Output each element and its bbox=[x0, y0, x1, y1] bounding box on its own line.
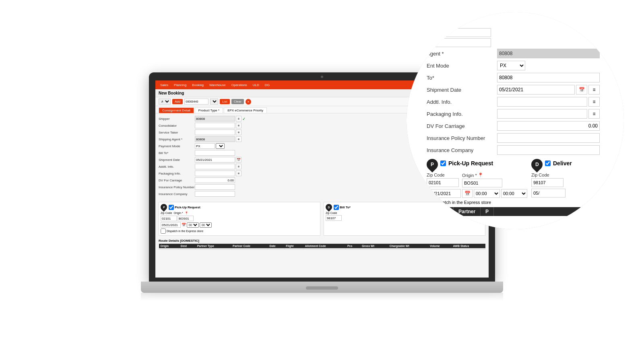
zoom-pickup-checkbox[interactable] bbox=[440, 160, 446, 166]
tab-product-type[interactable]: Product Type * bbox=[195, 107, 223, 113]
zoom-calendar-icon[interactable]: 📅 bbox=[576, 85, 587, 95]
zoom-delivery-date-row bbox=[531, 189, 600, 197]
zoom-delivery-zip-input[interactable] bbox=[531, 178, 564, 187]
zoom-pickup-zip-input[interactable] bbox=[427, 178, 459, 187]
zoom-addtl-list-icon[interactable]: ≡ bbox=[588, 97, 600, 107]
consolidator-list-icon[interactable]: ≡ bbox=[236, 123, 242, 128]
zoom-delivery-checkbox-row: Deliver bbox=[545, 160, 572, 167]
addtl-info-label: Addtl. Info. bbox=[159, 165, 195, 169]
zoom-input-empty1[interactable] bbox=[427, 28, 491, 37]
scene: Sales Planning Booking Warehouse Operati… bbox=[0, 0, 644, 362]
payment-mode-input[interactable] bbox=[195, 143, 215, 149]
col-partner-type: Partner Type bbox=[196, 244, 231, 249]
toolbar-select1[interactable]: A4S bbox=[159, 99, 171, 105]
pickup-checkbox[interactable] bbox=[169, 205, 174, 210]
col-volume: Volume bbox=[428, 244, 452, 249]
zoom-ent-mode-row: Ent Mode PX bbox=[427, 61, 600, 70]
dispatch-checkbox[interactable] bbox=[161, 228, 166, 234]
zoom-insurance-policy-input[interactable] bbox=[497, 133, 600, 143]
consolidator-input[interactable] bbox=[195, 123, 235, 128]
dispatch-label: Dispatch in the Express store bbox=[167, 230, 203, 232]
add-button[interactable]: Add bbox=[172, 99, 183, 104]
zoom-packaging-input[interactable] bbox=[497, 109, 587, 119]
zoom-input-empty2[interactable] bbox=[427, 38, 491, 47]
dv-carriage-label: DV For Carriage bbox=[159, 179, 195, 182]
pickup-zip-input[interactable] bbox=[161, 216, 177, 221]
delivery-pin-icon: D bbox=[328, 206, 330, 209]
zoom-delivery-checkbox[interactable] bbox=[545, 160, 551, 166]
laptop-camera bbox=[321, 76, 323, 78]
insurance-policy-input[interactable] bbox=[195, 184, 235, 190]
route-section: Route Details [DOMESTIC] Origin Dest Par… bbox=[155, 237, 489, 251]
zoom-packaging-list-icon[interactable]: ≡ bbox=[588, 109, 600, 119]
zoom-insurance-company-label: Insurance Company bbox=[427, 147, 497, 153]
zoom-pickup-pin: P bbox=[431, 162, 434, 167]
tab-consignment[interactable]: Consignment Detail bbox=[159, 107, 194, 113]
shipping-agent-list-icon[interactable]: ≡ bbox=[236, 136, 242, 142]
insurance-company-input[interactable] bbox=[195, 191, 235, 197]
zoom-pickup-time1-select[interactable]: 00:00 bbox=[474, 189, 500, 198]
zoom-shipment-date-row: Shipment Date 📅 ≡ bbox=[427, 85, 600, 95]
pickup-calendar-icon[interactable]: 📅 bbox=[182, 223, 186, 227]
payment-mode-label: Payment Mode bbox=[159, 144, 195, 148]
laptop-base bbox=[141, 282, 503, 293]
pickup-time1-select[interactable]: 00:00 bbox=[187, 222, 199, 228]
zoom-pickup-origin-input[interactable] bbox=[462, 179, 502, 187]
calendar-icon[interactable]: 📅 bbox=[236, 157, 242, 162]
zoom-pickup-time2-select[interactable]: 00:00 bbox=[501, 189, 527, 198]
dv-carriage-input[interactable] bbox=[195, 177, 235, 183]
delivery-checkbox[interactable] bbox=[334, 205, 339, 210]
zoom-to-input[interactable] bbox=[497, 73, 600, 82]
shipping-agent-input[interactable] bbox=[195, 136, 235, 142]
payment-mode-select[interactable] bbox=[216, 143, 225, 149]
nav-sales[interactable]: Sales bbox=[158, 82, 171, 88]
zoom-packaging-row: Packaging Info. ≡ bbox=[427, 109, 600, 119]
shipper-list-icon[interactable]: ≡ bbox=[236, 116, 242, 121]
addtl-info-input[interactable] bbox=[195, 164, 235, 169]
pickup-date-input[interactable] bbox=[161, 222, 181, 228]
zoom-partner3[interactable]: P bbox=[481, 207, 494, 216]
zoom-pickup-cal-btn[interactable]: 📅 bbox=[462, 189, 473, 198]
clear-button[interactable]: Clear bbox=[231, 99, 244, 104]
pickup-header: P Pick-Up Request bbox=[161, 204, 318, 210]
zoom-addtl-input[interactable] bbox=[497, 97, 587, 107]
packaging-list-icon[interactable]: ≡ bbox=[236, 171, 242, 176]
tab-epx[interactable]: EPX eCommerce Priority bbox=[224, 107, 267, 113]
packaging-info-label: Packaging Info. bbox=[159, 172, 195, 175]
nav-operations[interactable]: Operations bbox=[229, 82, 250, 88]
shipment-date-label: Shipment Date bbox=[159, 158, 195, 162]
pickup-zip-label: Zip Code bbox=[161, 212, 172, 215]
nav-booking[interactable]: Booking bbox=[190, 82, 206, 88]
pickup-time2-select[interactable]: 00:00 bbox=[200, 222, 212, 228]
close-button[interactable]: × bbox=[246, 99, 251, 105]
zoom-agent-input[interactable] bbox=[497, 49, 600, 58]
zoom-insurance-company-row: Insurance Company bbox=[427, 145, 600, 155]
zoom-agent-row: Agent * bbox=[427, 49, 600, 58]
nav-warehouse[interactable]: Warehouse bbox=[207, 82, 228, 88]
addtl-list-icon[interactable]: ≡ bbox=[236, 164, 242, 169]
nav-dg[interactable]: DG bbox=[262, 82, 272, 88]
pickup-origin-input[interactable] bbox=[178, 216, 194, 221]
zoom-delivery-date-input[interactable] bbox=[531, 189, 566, 197]
shipper-input[interactable] bbox=[195, 116, 235, 121]
zoom-pickup-zip-group: Zip Code bbox=[427, 173, 459, 187]
bill-to-input[interactable] bbox=[195, 150, 235, 156]
zoom-agent-label: Agent * bbox=[427, 51, 497, 57]
booking-number-input[interactable] bbox=[184, 99, 208, 105]
nav-planning[interactable]: Planning bbox=[171, 82, 189, 88]
service-taker-list-icon[interactable]: ≡ bbox=[236, 130, 242, 135]
toolbar-select2[interactable] bbox=[210, 99, 218, 105]
zoom-insurance-company-input[interactable] bbox=[497, 145, 600, 155]
service-taker-input[interactable] bbox=[195, 130, 235, 135]
col-gross-wt: Gross Wt bbox=[360, 244, 388, 249]
zoom-ent-mode-select[interactable]: PX bbox=[497, 61, 525, 70]
nav-uld[interactable]: ULD bbox=[250, 82, 262, 88]
zoom-list-icon1[interactable]: ≡ bbox=[588, 85, 600, 95]
zoom-delivery-zip-label: Zip Code bbox=[531, 173, 564, 177]
list-button[interactable]: List bbox=[220, 99, 229, 104]
zoom-shipment-date-input[interactable] bbox=[497, 85, 575, 95]
shipment-date-input[interactable] bbox=[195, 157, 235, 162]
zoom-dv-input[interactable] bbox=[497, 121, 600, 131]
delivery-zip-input[interactable] bbox=[326, 215, 342, 221]
packaging-info-input[interactable] bbox=[195, 171, 235, 176]
